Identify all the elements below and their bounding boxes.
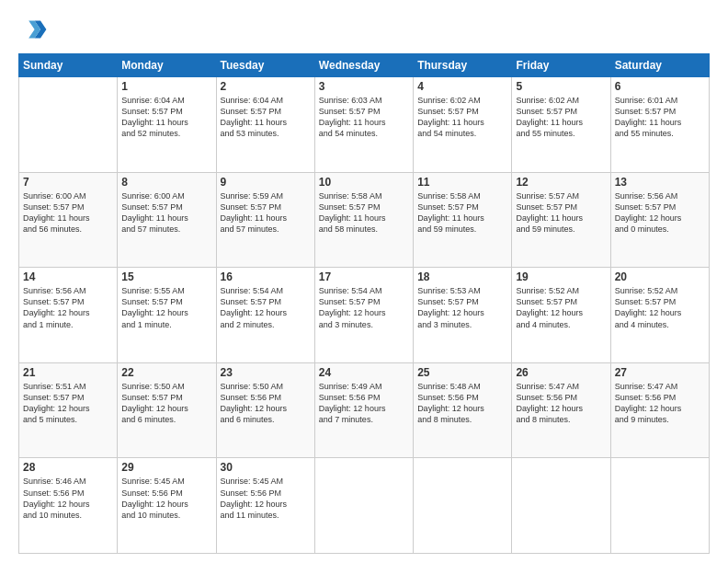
day-number: 16 <box>221 270 311 283</box>
weekday-header: Sunday <box>19 54 118 77</box>
calendar-cell: 30Sunrise: 5:45 AM Sunset: 5:56 PM Dayli… <box>216 458 314 554</box>
calendar-cell: 24Sunrise: 5:49 AM Sunset: 5:56 PM Dayli… <box>314 362 413 458</box>
day-number: 28 <box>23 461 113 474</box>
day-number: 11 <box>417 176 507 189</box>
day-info: Sunrise: 5:50 AM Sunset: 5:56 PM Dayligh… <box>221 381 311 426</box>
day-number: 17 <box>319 270 409 283</box>
calendar-cell: 20Sunrise: 5:52 AM Sunset: 5:57 PM Dayli… <box>610 268 709 363</box>
calendar-cell <box>512 458 610 554</box>
calendar-cell: 14Sunrise: 5:56 AM Sunset: 5:57 PM Dayli… <box>19 268 118 363</box>
logo-icon <box>18 15 48 44</box>
calendar-cell <box>610 458 709 554</box>
day-number: 12 <box>516 176 606 189</box>
day-number: 6 <box>615 80 705 93</box>
day-number: 26 <box>516 366 606 379</box>
day-info: Sunrise: 5:57 AM Sunset: 5:57 PM Dayligh… <box>516 190 606 236</box>
weekday-header: Thursday <box>414 54 512 77</box>
calendar-cell: 21Sunrise: 5:51 AM Sunset: 5:57 PM Dayli… <box>19 362 118 458</box>
day-number: 3 <box>319 80 409 93</box>
day-info: Sunrise: 6:01 AM Sunset: 5:57 PM Dayligh… <box>615 95 705 140</box>
calendar-cell: 2Sunrise: 6:04 AM Sunset: 5:57 PM Daylig… <box>216 77 314 173</box>
page: SundayMondayTuesdayWednesdayThursdayFrid… <box>0 0 728 563</box>
weekday-header: Tuesday <box>216 54 314 77</box>
day-number: 20 <box>615 270 705 283</box>
day-number: 2 <box>221 80 311 93</box>
day-number: 13 <box>615 176 705 189</box>
calendar-cell: 15Sunrise: 5:55 AM Sunset: 5:57 PM Dayli… <box>118 268 216 363</box>
calendar-cell: 18Sunrise: 5:53 AM Sunset: 5:57 PM Dayli… <box>414 268 512 363</box>
calendar-cell: 11Sunrise: 5:58 AM Sunset: 5:57 PM Dayli… <box>414 172 512 268</box>
calendar-cell: 8Sunrise: 6:00 AM Sunset: 5:57 PM Daylig… <box>118 172 216 268</box>
day-info: Sunrise: 5:56 AM Sunset: 5:57 PM Dayligh… <box>615 190 705 236</box>
header <box>18 15 710 44</box>
day-number: 25 <box>417 366 507 379</box>
day-info: Sunrise: 5:58 AM Sunset: 5:57 PM Dayligh… <box>417 190 507 236</box>
day-info: Sunrise: 5:58 AM Sunset: 5:57 PM Dayligh… <box>319 190 409 236</box>
day-number: 7 <box>23 176 113 189</box>
day-number: 19 <box>516 270 606 283</box>
calendar-cell: 12Sunrise: 5:57 AM Sunset: 5:57 PM Dayli… <box>512 172 610 268</box>
day-number: 22 <box>121 366 211 379</box>
weekday-header: Saturday <box>610 54 709 77</box>
logo <box>18 15 51 44</box>
day-number: 10 <box>319 176 409 189</box>
day-info: Sunrise: 6:02 AM Sunset: 5:57 PM Dayligh… <box>516 95 606 140</box>
calendar-cell: 25Sunrise: 5:48 AM Sunset: 5:56 PM Dayli… <box>414 362 512 458</box>
day-info: Sunrise: 5:54 AM Sunset: 5:57 PM Dayligh… <box>221 285 311 330</box>
day-info: Sunrise: 5:48 AM Sunset: 5:56 PM Dayligh… <box>417 381 507 426</box>
day-number: 30 <box>221 461 311 474</box>
day-info: Sunrise: 5:54 AM Sunset: 5:57 PM Dayligh… <box>319 285 409 330</box>
day-info: Sunrise: 5:52 AM Sunset: 5:57 PM Dayligh… <box>615 285 705 330</box>
day-number: 15 <box>121 270 211 283</box>
day-number: 18 <box>417 270 507 283</box>
day-info: Sunrise: 5:47 AM Sunset: 5:56 PM Dayligh… <box>615 381 705 426</box>
calendar-cell: 3Sunrise: 6:03 AM Sunset: 5:57 PM Daylig… <box>314 77 413 173</box>
calendar-cell: 10Sunrise: 5:58 AM Sunset: 5:57 PM Dayli… <box>314 172 413 268</box>
day-info: Sunrise: 5:50 AM Sunset: 5:57 PM Dayligh… <box>121 381 211 426</box>
day-number: 27 <box>615 366 705 379</box>
day-number: 5 <box>516 80 606 93</box>
calendar-cell: 5Sunrise: 6:02 AM Sunset: 5:57 PM Daylig… <box>512 77 610 173</box>
calendar-cell: 1Sunrise: 6:04 AM Sunset: 5:57 PM Daylig… <box>118 77 216 173</box>
calendar-cell: 27Sunrise: 5:47 AM Sunset: 5:56 PM Dayli… <box>610 362 709 458</box>
calendar-cell: 23Sunrise: 5:50 AM Sunset: 5:56 PM Dayli… <box>216 362 314 458</box>
calendar-cell: 19Sunrise: 5:52 AM Sunset: 5:57 PM Dayli… <box>512 268 610 363</box>
day-info: Sunrise: 5:45 AM Sunset: 5:56 PM Dayligh… <box>221 476 311 521</box>
day-number: 29 <box>121 461 211 474</box>
day-info: Sunrise: 6:00 AM Sunset: 5:57 PM Dayligh… <box>121 190 211 236</box>
calendar-cell: 17Sunrise: 5:54 AM Sunset: 5:57 PM Dayli… <box>314 268 413 363</box>
day-number: 8 <box>121 176 211 189</box>
weekday-header: Friday <box>512 54 610 77</box>
day-info: Sunrise: 5:59 AM Sunset: 5:57 PM Dayligh… <box>221 190 311 236</box>
weekday-header: Wednesday <box>314 54 413 77</box>
calendar-cell: 26Sunrise: 5:47 AM Sunset: 5:56 PM Dayli… <box>512 362 610 458</box>
day-number: 21 <box>23 366 113 379</box>
calendar-cell: 6Sunrise: 6:01 AM Sunset: 5:57 PM Daylig… <box>610 77 709 173</box>
day-number: 9 <box>221 176 311 189</box>
calendar-cell: 4Sunrise: 6:02 AM Sunset: 5:57 PM Daylig… <box>414 77 512 173</box>
day-number: 23 <box>221 366 311 379</box>
day-number: 24 <box>319 366 409 379</box>
day-info: Sunrise: 5:49 AM Sunset: 5:56 PM Dayligh… <box>319 381 409 426</box>
calendar-cell <box>414 458 512 554</box>
calendar-cell: 7Sunrise: 6:00 AM Sunset: 5:57 PM Daylig… <box>19 172 118 268</box>
calendar-cell: 13Sunrise: 5:56 AM Sunset: 5:57 PM Dayli… <box>610 172 709 268</box>
day-number: 1 <box>121 80 211 93</box>
calendar-cell: 16Sunrise: 5:54 AM Sunset: 5:57 PM Dayli… <box>216 268 314 363</box>
day-number: 4 <box>417 80 507 93</box>
day-info: Sunrise: 5:51 AM Sunset: 5:57 PM Dayligh… <box>23 381 113 426</box>
day-info: Sunrise: 5:46 AM Sunset: 5:56 PM Dayligh… <box>23 476 113 521</box>
day-info: Sunrise: 5:52 AM Sunset: 5:57 PM Dayligh… <box>516 285 606 330</box>
day-info: Sunrise: 6:03 AM Sunset: 5:57 PM Dayligh… <box>319 95 409 140</box>
day-info: Sunrise: 5:56 AM Sunset: 5:57 PM Dayligh… <box>23 285 113 330</box>
day-info: Sunrise: 5:53 AM Sunset: 5:57 PM Dayligh… <box>417 285 507 330</box>
day-info: Sunrise: 6:02 AM Sunset: 5:57 PM Dayligh… <box>417 95 507 140</box>
calendar-cell: 29Sunrise: 5:45 AM Sunset: 5:56 PM Dayli… <box>118 458 216 554</box>
calendar-cell <box>314 458 413 554</box>
calendar-table: SundayMondayTuesdayWednesdayThursdayFrid… <box>18 53 710 554</box>
calendar-cell: 22Sunrise: 5:50 AM Sunset: 5:57 PM Dayli… <box>118 362 216 458</box>
calendar-cell: 9Sunrise: 5:59 AM Sunset: 5:57 PM Daylig… <box>216 172 314 268</box>
calendar-cell <box>19 77 118 173</box>
day-info: Sunrise: 5:45 AM Sunset: 5:56 PM Dayligh… <box>121 476 211 521</box>
day-info: Sunrise: 5:47 AM Sunset: 5:56 PM Dayligh… <box>516 381 606 426</box>
